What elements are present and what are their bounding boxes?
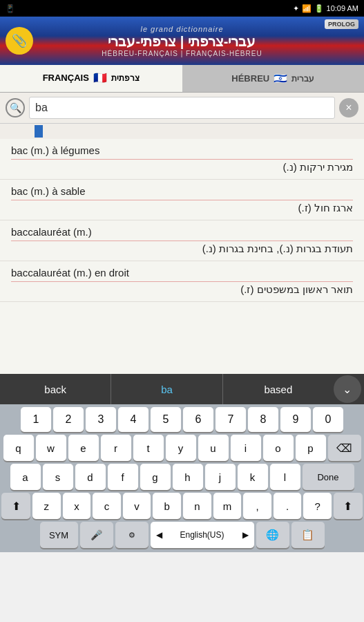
key-5[interactable]: 5 [151, 407, 181, 432]
suggestion-back[interactable]: back [0, 374, 111, 404]
tab-hebreu[interactable]: HÉBREU 🇮🇱 עברית [182, 65, 365, 92]
key-b[interactable]: b [153, 493, 181, 519]
key-shift-left[interactable]: ⬆ [1, 493, 30, 519]
suggestion-ba-text: ba [161, 384, 173, 395]
battery-icon: 🔋 [314, 4, 324, 13]
key-question[interactable]: ? [303, 493, 332, 519]
key-v-label: v [134, 500, 140, 512]
key-j-label: j [219, 471, 221, 483]
key-done[interactable]: Done [303, 464, 354, 490]
key-0[interactable]: 0 [313, 407, 343, 432]
tab-francais[interactable]: FRANÇAIS 🇫🇷 צרפתית [0, 65, 182, 92]
key-b-label: b [164, 500, 170, 512]
clear-button[interactable]: × [339, 98, 358, 117]
hebreu-label: HÉBREU [231, 73, 269, 84]
header-title: עברי-צרפתי | צרפתי-עברי [102, 33, 262, 50]
key-backspace[interactable]: ⌫ [328, 435, 361, 461]
key-settings[interactable]: ⚙ [115, 522, 149, 548]
tab-bar: FRANÇAIS 🇫🇷 צרפתית HÉBREU 🇮🇱 עברית [0, 65, 364, 93]
key-o[interactable]: o [263, 435, 294, 461]
app-header: 📎 le grand dictionnaire עברי-צרפתי | צרפ… [0, 17, 364, 65]
key-sym[interactable]: SYM [40, 522, 78, 548]
key-language[interactable]: ◀ English(US) ▶ [151, 522, 254, 548]
key-comma[interactable]: , [243, 493, 271, 519]
key-w[interactable]: w [36, 435, 66, 461]
key-m[interactable]: m [213, 493, 242, 519]
search-input[interactable] [29, 97, 335, 119]
bottom-row: SYM 🎤 ⚙ ◀ English(US) ▶ 🌐 📋 [1, 522, 363, 548]
globe-icon: 🌐 [266, 529, 279, 541]
key-7[interactable]: 7 [215, 407, 246, 432]
prev-lang-icon: ◀ [156, 530, 162, 540]
key-x[interactable]: x [63, 493, 91, 519]
key-u[interactable]: u [198, 435, 229, 461]
key-mic[interactable]: 🎤 [80, 522, 113, 548]
key-t-label: t [146, 442, 149, 454]
key-9[interactable]: 9 [280, 407, 311, 432]
key-9-label: 9 [293, 413, 299, 426]
key-q[interactable]: q [3, 435, 34, 461]
done-label: Done [317, 472, 338, 482]
key-f[interactable]: f [108, 464, 138, 490]
key-h[interactable]: h [173, 464, 203, 490]
key-o-label: o [275, 442, 280, 454]
key-y-label: y [178, 442, 184, 454]
key-1[interactable]: 1 [21, 407, 51, 432]
key-globe[interactable]: 🌐 [256, 522, 289, 548]
key-a-label: a [22, 471, 28, 483]
settings-icon: ⚙ [128, 531, 135, 540]
key-comma-label: , [256, 500, 258, 512]
key-d[interactable]: d [75, 464, 106, 490]
key-8[interactable]: 8 [248, 407, 278, 432]
key-l-label: l [284, 471, 286, 483]
dictionary-area: bac (m.) à légumes מגירת ירקות (נ.) bac … [0, 139, 364, 374]
key-shift-right[interactable]: ⬆ [334, 493, 363, 519]
key-v[interactable]: v [123, 493, 151, 519]
shift-right-icon: ⬆ [343, 500, 352, 513]
key-n[interactable]: n [183, 493, 211, 519]
key-t[interactable]: t [133, 435, 164, 461]
key-s[interactable]: s [43, 464, 73, 490]
key-6[interactable]: 6 [183, 407, 213, 432]
key-4[interactable]: 4 [118, 407, 149, 432]
key-3[interactable]: 3 [86, 407, 116, 432]
entry-hebrew-4: תואר ראשון במשפטים (ז.) [11, 283, 353, 296]
key-k[interactable]: k [238, 464, 268, 490]
key-e[interactable]: e [68, 435, 99, 461]
dict-entry-4[interactable]: baccalauréat (m.) en droit תואר ראשון במ… [0, 261, 364, 302]
key-c[interactable]: c [93, 493, 121, 519]
status-bar: 📱 ✦ 📶 🔋 10:09 AM [0, 0, 364, 17]
key-6-label: 6 [195, 413, 202, 426]
key-p[interactable]: p [296, 435, 326, 461]
francais-label: FRANÇAIS [43, 73, 89, 83]
dict-entry-1[interactable]: bac (m.) à légumes מגירת ירקות (נ.) [0, 139, 364, 180]
key-k-label: k [250, 471, 256, 483]
key-clipboard[interactable]: 📋 [291, 522, 325, 548]
key-l[interactable]: l [270, 464, 300, 490]
suggestion-expand-button[interactable]: ⌄ [334, 375, 361, 403]
francais-hebrew-label: צרפתית [111, 73, 140, 83]
numbers-row: 1 2 3 4 5 6 7 8 9 0 [1, 407, 363, 432]
key-i[interactable]: i [231, 435, 261, 461]
key-p-label: p [307, 442, 313, 454]
suggestion-based[interactable]: based [223, 374, 334, 404]
key-z[interactable]: z [32, 493, 61, 519]
hebrew-flag: 🇮🇱 [274, 72, 287, 85]
key-r[interactable]: r [101, 435, 131, 461]
clear-icon: × [345, 102, 352, 114]
key-j[interactable]: j [205, 464, 236, 490]
key-2[interactable]: 2 [53, 407, 84, 432]
phone-icon: 📱 [6, 4, 15, 13]
key-y[interactable]: y [166, 435, 196, 461]
dict-entry-2[interactable]: bac (m.) à sable ארגז חול (ז.) [0, 180, 364, 220]
key-g[interactable]: g [140, 464, 171, 490]
suggestion-ba[interactable]: ba [111, 374, 222, 404]
key-period[interactable]: . [274, 493, 302, 519]
key-n-label: n [194, 500, 200, 512]
zxcv-row: ⬆ z x c v b n m , . ? ⬆ [1, 493, 363, 519]
header-logo: le grand dictionnaire עברי-צרפתי | צרפתי… [102, 25, 262, 57]
key-a[interactable]: a [10, 464, 41, 490]
status-left-icons: 📱 [6, 4, 15, 13]
dict-entry-3[interactable]: baccalauréat (m.) תעודת בגרות (נ.), בחינ… [0, 220, 364, 261]
key-3-label: 3 [98, 413, 104, 426]
